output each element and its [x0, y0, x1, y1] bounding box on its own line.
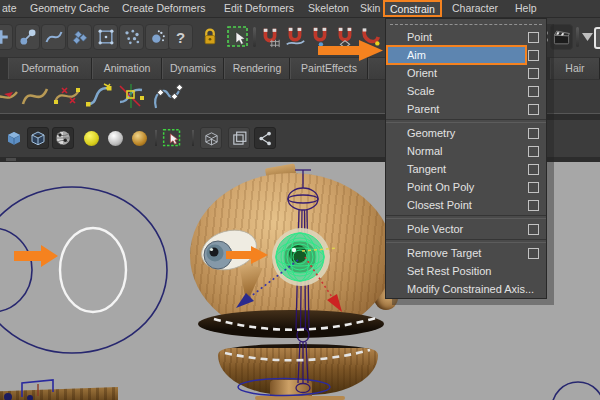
snap-grid-magnet-icon — [259, 26, 281, 48]
selected-green-eye[interactable] — [272, 228, 330, 286]
curve-red-arrow-icon[interactable] — [0, 82, 20, 110]
panel-bracket-icon[interactable] — [594, 27, 600, 49]
panel-toolbar-divider — [155, 130, 157, 146]
chevron-down-icon[interactable] — [581, 25, 593, 49]
menu-item-set-rest-position[interactable]: Set Rest Position — [386, 262, 546, 280]
option-box-checkbox[interactable] — [528, 86, 539, 97]
menu-separator — [386, 215, 546, 219]
gold-material-sphere-icon[interactable] — [128, 127, 150, 149]
menu-item-point[interactable]: Point — [386, 28, 546, 46]
xray-cube-icon[interactable] — [200, 127, 222, 149]
option-box-checkbox[interactable] — [528, 68, 539, 79]
particles-icon — [122, 27, 142, 47]
menu-item-geometry[interactable]: Geometry — [386, 124, 546, 142]
menu-item-scale[interactable]: Scale — [386, 82, 546, 100]
neck-control-circle[interactable] — [238, 379, 330, 396]
question-mark-glyph: ? — [176, 29, 185, 46]
light-sphere-icon[interactable] — [80, 127, 102, 149]
option-box-checkbox[interactable] — [528, 146, 539, 157]
white-sphere — [108, 131, 123, 146]
curve-tool-icon[interactable] — [41, 24, 66, 50]
control-circle-bottom-right[interactable] — [552, 382, 600, 400]
curve-handles-icon[interactable] — [150, 82, 180, 110]
head-rim-dashes — [214, 318, 376, 330]
option-box-checkbox[interactable] — [528, 200, 539, 211]
option-box-checkbox[interactable] — [528, 182, 539, 193]
selection-highlight-icon[interactable] — [161, 127, 183, 149]
menu-constrain-active[interactable]: Constrain — [383, 0, 442, 17]
option-box-checkbox[interactable] — [528, 128, 539, 139]
emitter-icon[interactable] — [145, 24, 170, 50]
menu-skin[interactable]: Skin — [360, 2, 380, 15]
snap-grid-magnet-icon[interactable] — [258, 25, 282, 49]
menu-item-label: Parent — [407, 103, 439, 115]
menu-skeleton[interactable]: Skeleton — [308, 2, 349, 15]
shaded-cube-icon[interactable] — [3, 127, 25, 149]
divider-handle-icon[interactable] — [576, 27, 579, 47]
lattice-icon[interactable] — [93, 24, 118, 50]
help-icon[interactable]: ? — [168, 24, 193, 50]
menu-item-pole-vector[interactable]: Pole Vector — [386, 220, 546, 238]
menu-item-label: Aim — [407, 49, 426, 61]
lock-icon[interactable] — [198, 25, 222, 49]
menu-item-label: Scale — [407, 85, 435, 97]
s-curve-points-icon[interactable] — [84, 82, 114, 110]
tab-rendering[interactable]: Rendering — [224, 58, 290, 79]
menu-tearoff-handle[interactable] — [390, 19, 542, 25]
tab-animation[interactable]: Animation — [92, 58, 162, 79]
menu-item-closest-point[interactable]: Closest Point — [386, 196, 546, 214]
render-clapper-icon[interactable] — [550, 24, 573, 50]
control-circle-left-partial[interactable] — [0, 228, 32, 312]
ik-handle-icon — [18, 27, 38, 47]
menu-item-tangent[interactable]: Tangent — [386, 160, 546, 178]
menu-create-deformers[interactable]: Create Deformers — [122, 2, 205, 15]
option-box-checkbox[interactable] — [528, 32, 539, 43]
menu-item-point-on-poly[interactable]: Point On Poly — [386, 178, 546, 196]
textured-sphere-icon[interactable] — [52, 127, 74, 149]
curve-keys-icon[interactable] — [52, 82, 82, 110]
tab-hair[interactable]: Hair — [550, 58, 600, 79]
tab-deformation[interactable]: Deformation — [8, 58, 92, 79]
option-box-checkbox[interactable] — [528, 164, 539, 175]
toolbar-divider — [253, 27, 256, 47]
particles-icon[interactable] — [119, 24, 144, 50]
option-box-checkbox[interactable] — [528, 104, 539, 115]
option-box-checkbox[interactable] — [528, 248, 539, 259]
wave-curve-icon[interactable] — [20, 82, 50, 110]
menu-item-label: Normal — [407, 145, 442, 157]
isolate-select-icon[interactable] — [228, 127, 250, 149]
option-box-checkbox[interactable] — [528, 224, 539, 235]
menu-item-modify-constrained-axis[interactable]: Modify Constrained Axis... — [386, 280, 546, 298]
menu-character[interactable]: Character — [452, 2, 498, 15]
plus-icon[interactable] — [0, 24, 13, 50]
menu-item-orient[interactable]: Orient — [386, 64, 546, 82]
emitter-icon — [148, 27, 168, 47]
ik-handle-icon[interactable] — [15, 24, 40, 50]
poly-plane-icon[interactable] — [67, 24, 92, 50]
selected-control-circle-white[interactable] — [60, 228, 126, 312]
menu-item-label: Remove Target — [407, 247, 481, 259]
constrain-dropdown-menu: Point Aim Orient Scale Parent Geometry N… — [385, 18, 547, 299]
curve-axis-icon[interactable] — [116, 82, 146, 110]
option-box-checkbox[interactable] — [528, 50, 539, 61]
menu-item-normal[interactable]: Normal — [386, 142, 546, 160]
menu-item-parent[interactable]: Parent — [386, 100, 546, 118]
menu-item-aim-highlighted[interactable]: Aim — [386, 46, 546, 64]
menu-geometry-cache[interactable]: Geometry Cache — [30, 2, 109, 15]
wireframe-cube-icon[interactable] — [27, 127, 49, 149]
snap-curve-magnet-icon[interactable] — [283, 25, 307, 49]
arrow-to-aim-menu-item — [318, 40, 384, 62]
lock-icon — [201, 27, 219, 47]
tab-dynamics[interactable]: Dynamics — [162, 58, 224, 79]
control-circle-large[interactable] — [0, 187, 167, 353]
poly-plane-icon — [70, 27, 90, 47]
snap-curve-magnet-icon — [284, 26, 306, 48]
share-node-icon[interactable] — [254, 127, 276, 149]
menu-edit-deformers[interactable]: Edit Deformers — [224, 2, 294, 15]
menu-item-label: Set Rest Position — [407, 265, 491, 277]
menu-help[interactable]: Help — [515, 2, 537, 15]
default-material-sphere-icon[interactable] — [104, 127, 126, 149]
menu-item-remove-target[interactable]: Remove Target — [386, 244, 546, 262]
selection-box-icon[interactable] — [226, 25, 250, 49]
menu-animate-partial[interactable]: ate — [2, 2, 17, 15]
